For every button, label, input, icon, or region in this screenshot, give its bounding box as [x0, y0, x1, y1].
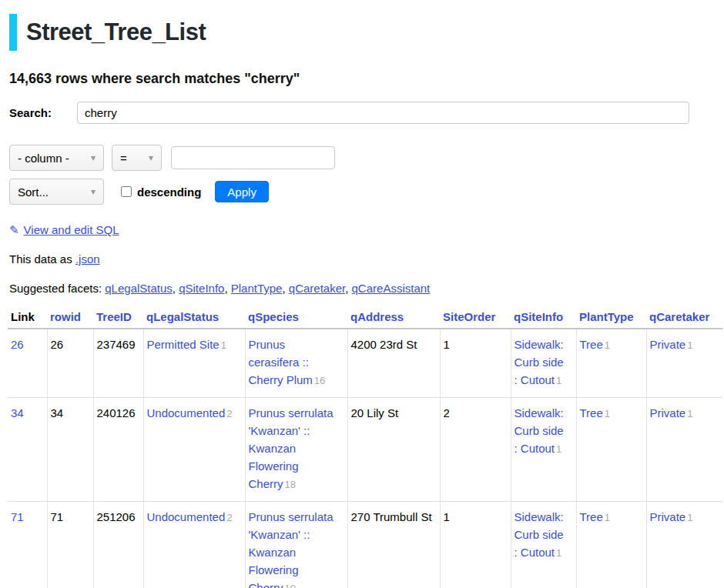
- cell-link: 71: [8, 502, 47, 588]
- facet-count: 1: [556, 443, 561, 455]
- chevron-down-icon: ▾: [91, 186, 96, 197]
- facet-count: 18: [285, 583, 296, 588]
- col-header-qcaretaker: qCaretaker: [646, 306, 722, 329]
- cell-qsiteinfo: Sidewalk: Curb side : Cutout1: [511, 398, 576, 502]
- facet-link-qCaretaker[interactable]: qCaretaker: [289, 282, 345, 295]
- sort-rowid-link[interactable]: rowid: [50, 310, 81, 323]
- cell-treeid: 240126: [93, 398, 143, 502]
- cell-qsiteinfo: Sidewalk: Curb side : Cutout1: [511, 329, 576, 398]
- facet-value-link[interactable]: Prunus serrulata 'Kwanzan' :: Kwanzan Fl…: [249, 406, 334, 490]
- cell-planttype: Tree1: [576, 398, 646, 502]
- facet-count: 1: [605, 408, 610, 419]
- column-select[interactable]: - column - ▾: [9, 145, 104, 171]
- facets-prefix: Suggested facets:: [9, 282, 102, 295]
- facet-value-link[interactable]: Undocumented: [147, 406, 226, 419]
- cell-rowid: 34: [47, 398, 93, 502]
- search-input[interactable]: [77, 102, 689, 124]
- sort-treeid-link[interactable]: TreeID: [96, 310, 132, 323]
- facet-count: 1: [687, 339, 692, 351]
- facet-count: 2: [226, 512, 232, 523]
- sort-qlegalstatus-link[interactable]: qLegalStatus: [146, 310, 219, 323]
- cell-qspecies: Prunus cerasifera :: Cherry Plum16: [245, 329, 347, 398]
- json-link[interactable]: .json: [75, 252, 100, 266]
- cell-qcaretaker: Private1: [646, 398, 722, 502]
- facet-count: 1: [687, 512, 692, 523]
- facet-value-link[interactable]: Private: [650, 338, 686, 351]
- facet-value-link[interactable]: Prunus cerasifera :: Cherry Plum: [249, 338, 313, 386]
- cell-planttype: Tree1: [576, 502, 646, 588]
- filter-row: - column - ▾ = ▾: [9, 145, 724, 171]
- descending-checkbox[interactable]: [121, 186, 132, 197]
- facet-count: 1: [605, 339, 610, 351]
- cell-qsiteinfo: Sidewalk: Curb side : Cutout1: [511, 502, 576, 588]
- sort-qcaretaker-link[interactable]: qCaretaker: [649, 310, 709, 323]
- col-header-qaddress: qAddress: [347, 306, 440, 329]
- facet-count: 16: [314, 375, 325, 386]
- sort-planttype-link[interactable]: PlantType: [579, 310, 634, 323]
- facet-value-link[interactable]: Tree: [580, 406, 603, 419]
- apply-button[interactable]: Apply: [215, 181, 269, 202]
- facet-value-link[interactable]: Prunus serrulata 'Kwanzan' :: Kwanzan Fl…: [249, 510, 334, 588]
- facet-count: 1: [556, 547, 561, 559]
- col-header-siteorder: SiteOrder: [440, 306, 511, 329]
- facet-link-qSiteInfo[interactable]: qSiteInfo: [179, 282, 224, 295]
- cell-qaddress: 4200 23rd St: [347, 329, 440, 398]
- cell-qcaretaker: Private1: [646, 329, 722, 398]
- sort-select-value: Sort...: [18, 185, 49, 199]
- row-link[interactable]: 26: [11, 338, 24, 351]
- cell-qlegalstatus: Undocumented2: [143, 502, 245, 588]
- facet-value-link[interactable]: Tree: [580, 510, 603, 523]
- facet-link-PlantType[interactable]: PlantType: [231, 282, 283, 295]
- operator-select-value: =: [120, 152, 127, 165]
- cell-siteorder: 1: [440, 502, 511, 588]
- cell-treeid: 237469: [93, 329, 143, 398]
- view-edit-sql-link[interactable]: View and edit SQL: [24, 223, 119, 236]
- cell-siteorder: 1: [440, 329, 511, 398]
- facet-value-link[interactable]: Private: [650, 510, 686, 523]
- cell-qaddress: 270 Trumbull St: [347, 502, 440, 588]
- operator-select[interactable]: = ▾: [112, 145, 162, 171]
- table-row: 34 34 240126 Undocumented2 Prunus serrul…: [8, 398, 722, 502]
- facet-value-link[interactable]: Undocumented: [147, 510, 226, 523]
- cell-rowid: 26: [47, 329, 93, 398]
- facet-count: 18: [285, 479, 296, 490]
- col-header-treeid: TreeID: [93, 306, 143, 329]
- facet-link-qCareAssistant[interactable]: qCareAssistant: [352, 282, 431, 295]
- cell-link: 26: [8, 329, 47, 398]
- col-header-qlegalstatus: qLegalStatus: [143, 306, 245, 329]
- pencil-icon: ✎: [9, 223, 19, 236]
- sort-qsiteinfo-link[interactable]: qSiteInfo: [514, 310, 563, 323]
- cell-qspecies: Prunus serrulata 'Kwanzan' :: Kwanzan Fl…: [245, 398, 347, 502]
- column-select-value: - column -: [18, 152, 69, 165]
- row-link[interactable]: 71: [11, 510, 24, 523]
- search-label: Search:: [9, 106, 77, 119]
- chevron-down-icon: ▾: [91, 152, 96, 163]
- facet-count: 2: [226, 408, 232, 419]
- facet-count: 1: [687, 408, 692, 419]
- cell-link: 34: [8, 398, 47, 502]
- page-title: Street_Tree_List: [26, 18, 206, 46]
- row-link[interactable]: 34: [11, 406, 24, 419]
- col-header-link: Link: [8, 306, 47, 329]
- sort-qspecies-link[interactable]: qSpecies: [248, 310, 299, 323]
- cell-planttype: Tree1: [576, 329, 646, 398]
- sort-qaddress-link[interactable]: qAddress: [350, 310, 404, 323]
- results-table: Link rowid TreeID qLegalStatus qSpecies …: [8, 306, 722, 588]
- table-row: 26 26 237469 Permitted Site1 Prunus cera…: [8, 329, 722, 398]
- sort-row: Sort... ▾ descending Apply: [9, 179, 724, 205]
- facet-value-link[interactable]: Permitted Site: [147, 338, 220, 351]
- sort-select[interactable]: Sort... ▾: [9, 179, 104, 205]
- row-count-summary: 14,663 rows where search matches "cherry…: [9, 71, 715, 87]
- sort-siteorder-link[interactable]: SiteOrder: [443, 310, 495, 323]
- col-header-qsiteinfo: qSiteInfo: [511, 306, 576, 329]
- facet-count: 1: [221, 339, 226, 351]
- accent-bar: [9, 14, 17, 51]
- cell-qlegalstatus: Undocumented2: [143, 398, 245, 502]
- col-header-rowid: rowid: [47, 306, 93, 329]
- filter-value-input[interactable]: [171, 146, 335, 169]
- col-header-qspecies: qSpecies: [245, 306, 347, 329]
- facet-link-qLegalStatus[interactable]: qLegalStatus: [105, 282, 173, 295]
- facet-value-link[interactable]: Tree: [580, 338, 603, 351]
- facet-value-link[interactable]: Private: [650, 406, 686, 419]
- sql-line: ✎View and edit SQL: [9, 223, 724, 237]
